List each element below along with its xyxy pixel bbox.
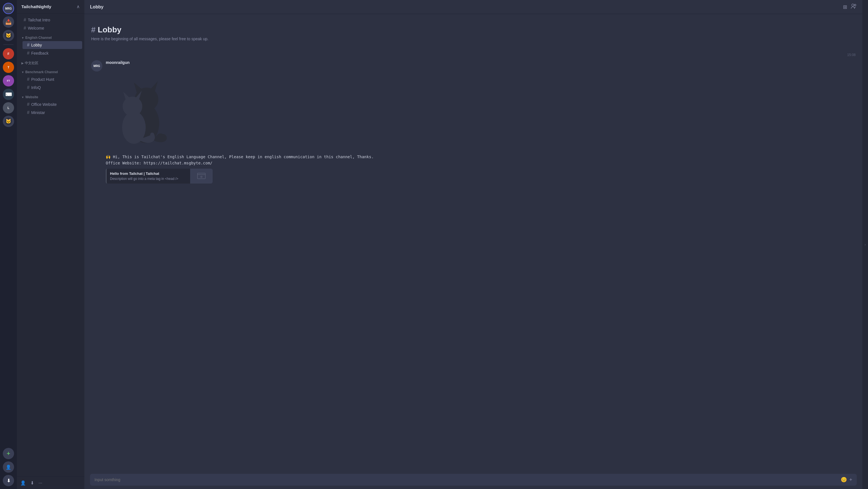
server-code[interactable]: ⌨ <box>3 89 14 100</box>
channel-sidebar: TailchatNightly ∧ # Tailchat Intro # Wel… <box>17 0 84 489</box>
sidebar-divider <box>3 45 13 45</box>
channel-list: # Tailchat Intro # Welcome ▼ English Cha… <box>17 13 84 477</box>
hash-icon: # <box>24 18 26 23</box>
messages-area: # Lobby Here is the beginning of all mes… <box>84 14 862 470</box>
group-arrow-icon: ▼ <box>21 96 24 99</box>
group-arrow-icon: ▼ <box>21 71 24 74</box>
channel-item-infoq[interactable]: # InfoQ <box>23 84 82 91</box>
server-mrg[interactable]: MRG <box>3 3 14 14</box>
main-header: Lobby ⊞ <box>84 0 862 14</box>
group-arrow-icon: ▶ <box>21 62 24 65</box>
channel-welcome: # Lobby Here is the beginning of all mes… <box>91 20 856 50</box>
hash-icon: # <box>27 102 30 107</box>
svg-marker-9 <box>151 81 158 91</box>
channel-header-title: Lobby <box>90 4 103 9</box>
message-text: 🙌 Hi, This is Tailchat's English Languag… <box>106 154 856 166</box>
sidebar-collapse-button[interactable]: ∧ <box>76 4 80 9</box>
server-f[interactable]: F <box>3 48 14 59</box>
channel-item-product-hunt[interactable]: # Product Hunt <box>23 76 82 83</box>
message-row: MRG moonrailgun <box>91 60 856 183</box>
channel-item-welcome[interactable]: # Welcome <box>19 24 82 32</box>
channel-welcome-description: Here is the beginning of all messages, p… <box>91 37 856 41</box>
welcome-hash-icon: # <box>91 25 96 34</box>
link-preview[interactable]: Hello from Tailchat | Tailchat Descripti… <box>106 169 213 183</box>
server-l[interactable]: L <box>3 102 14 113</box>
message-header: moonrailgun <box>106 60 856 65</box>
input-area: 😊 + <box>84 470 862 489</box>
user-settings-icon[interactable]: 👤 <box>3 461 14 473</box>
link-preview-description: Description will go into a meta tag in <… <box>110 177 187 181</box>
channel-item-office-website[interactable]: # Office Website <box>23 100 82 108</box>
app-sidebar: MRG 📥 🐱 F T FT ⌨ L 🐱 + 👤 ⬇ <box>0 0 17 489</box>
channel-welcome-title: # Lobby <box>91 25 856 34</box>
svg-text:🐱: 🐱 <box>6 118 11 124</box>
group-arrow-icon: ▼ <box>21 36 24 39</box>
sidebar-title: TailchatNightly <box>21 4 51 9</box>
more-options-icon[interactable]: ··· <box>37 480 43 487</box>
svg-point-4 <box>852 4 854 6</box>
server-cat[interactable]: 🐱 <box>3 30 14 41</box>
hash-icon: # <box>27 42 30 48</box>
header-actions: ⊞ <box>843 3 857 10</box>
server-cat2[interactable]: 🐱 <box>3 116 14 127</box>
hash-icon: # <box>27 110 30 115</box>
group-website[interactable]: ▼ Website <box>17 92 84 100</box>
user-profile-icon[interactable]: 👤 <box>19 479 27 487</box>
message-input[interactable] <box>94 478 838 482</box>
sidebar-bottom: 👤 ⬇ ··· <box>17 477 84 489</box>
link-preview-thumbnail <box>190 169 213 183</box>
layout-icon[interactable]: ⊞ <box>843 4 847 10</box>
message-username: moonrailgun <box>106 60 130 65</box>
svg-text:🐱: 🐱 <box>6 33 11 38</box>
link-preview-content: Hello from Tailchat | Tailchat Descripti… <box>106 169 190 183</box>
members-icon[interactable] <box>850 3 857 10</box>
download-bottom-icon[interactable]: ⬇ <box>29 479 35 487</box>
channel-item-feedback[interactable]: # Feedback <box>23 49 82 57</box>
svg-point-5 <box>854 4 856 6</box>
right-panel-handle[interactable]: › <box>862 0 868 489</box>
group-english-channel[interactable]: ▼ English Channel <box>17 32 84 41</box>
svg-point-15 <box>200 176 203 178</box>
hash-icon: # <box>27 85 30 90</box>
hash-icon: # <box>27 51 30 56</box>
attach-button[interactable]: + <box>849 477 852 483</box>
hash-icon: # <box>27 77 30 82</box>
message-input-box: 😊 + <box>90 474 857 486</box>
main-content: Lobby ⊞ # Lobby Here is the beginning of… <box>84 0 862 489</box>
link-preview-title: Hello from Tailchat | Tailchat <box>110 171 187 176</box>
server-inbox[interactable]: 📥 <box>3 16 14 28</box>
add-server-button[interactable]: + <box>3 448 14 459</box>
server-fairytail[interactable]: FT <box>3 75 14 86</box>
sidebar-header: TailchatNightly ∧ <box>17 0 84 13</box>
message-body: moonrailgun <box>106 60 856 183</box>
emoji-button[interactable]: 😊 <box>841 477 847 483</box>
server-t1[interactable]: T <box>3 62 14 73</box>
message-image <box>106 67 173 151</box>
channel-item-lobby[interactable]: # Lobby <box>23 41 82 49</box>
channel-item-tailchat-intro[interactable]: # Tailchat Intro <box>19 16 82 24</box>
hash-icon: # <box>24 26 26 31</box>
avatar: MRG <box>91 60 102 71</box>
channel-item-ministar[interactable]: # Ministar <box>23 109 82 117</box>
download-icon[interactable]: ⬇ <box>3 475 14 486</box>
group-chinese-community[interactable]: ▶ 中文社区 <box>17 57 84 67</box>
svg-point-11 <box>123 96 142 116</box>
message-timestamp-divider: 15:08 <box>91 53 856 57</box>
group-benchmark-channel[interactable]: ▼ Benchmark Channel <box>17 67 84 75</box>
